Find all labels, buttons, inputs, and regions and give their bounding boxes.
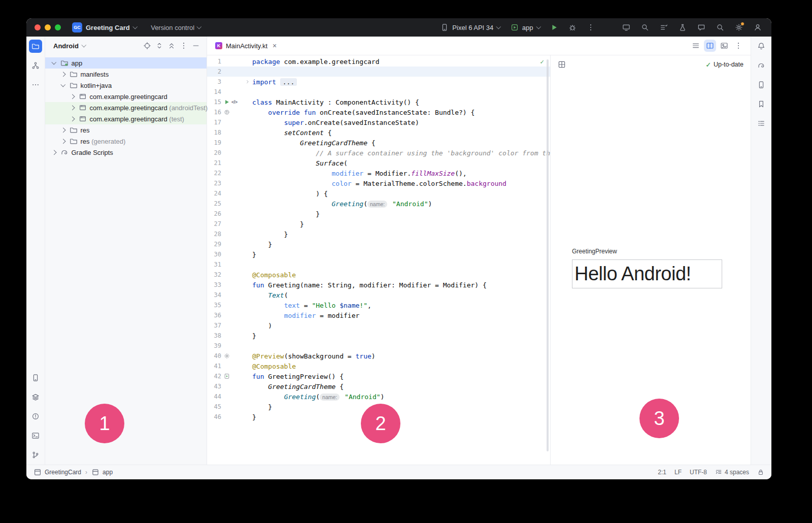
search-everywhere-icon[interactable] — [714, 21, 727, 34]
design-view-icon[interactable] — [718, 40, 730, 52]
tree-item-com-example-greetingcard-androidtest[interactable]: com.example.greetingcard (androidTest) — [45, 102, 207, 113]
code-line-26[interactable]: 26 } — [207, 209, 550, 219]
override-gutter-icon[interactable] — [224, 109, 230, 115]
code-line-16[interactable]: 16 override fun onCreate(savedInstanceSt… — [207, 107, 550, 117]
close-tab-icon[interactable]: × — [273, 42, 277, 50]
account-icon[interactable] — [751, 21, 764, 34]
device-manager-icon[interactable] — [29, 371, 42, 384]
code-editor[interactable]: 1package com.example.greetingcard23impor… — [207, 55, 551, 465]
expand-collapse-icon[interactable] — [154, 40, 165, 51]
ai-assistant-icon[interactable] — [695, 21, 708, 34]
code-line-31[interactable]: 31 — [207, 259, 550, 270]
zoom-window-button[interactable] — [55, 24, 61, 30]
code-line-32[interactable]: 32@Composable — [207, 270, 550, 280]
code-line-27[interactable]: 27 } — [207, 219, 550, 229]
write-access-lock[interactable] — [757, 469, 764, 476]
build-variants-icon[interactable] — [657, 21, 670, 34]
code-line-33[interactable]: 33fun Greeting(name: String, modifier: M… — [207, 280, 550, 290]
code-line-23[interactable]: 23 color = MaterialTheme.colorScheme.bac… — [207, 178, 550, 188]
fold-chevron-icon[interactable] — [245, 79, 251, 85]
tree-item-res[interactable]: res — [45, 124, 207, 136]
device-selector[interactable]: Pixel 6 API 34 — [438, 22, 502, 33]
code-line-42[interactable]: 42fun GreetingPreview() { — [207, 371, 550, 381]
run-config-selector[interactable]: app — [508, 22, 543, 33]
code-line-36[interactable]: 36 modifier = modifier — [207, 310, 550, 320]
preview-settings-gutter-icon[interactable] — [224, 353, 230, 359]
chevron-right-icon[interactable] — [61, 72, 65, 76]
code-line-28[interactable]: 28 } — [207, 229, 550, 239]
code-line-19[interactable]: 19 GreetingCardTheme { — [207, 138, 550, 148]
chevron-right-icon[interactable] — [61, 139, 65, 143]
tree-item-kotlin-java[interactable]: kotlin+java — [45, 80, 207, 91]
preview-layout-icon[interactable] — [558, 60, 566, 69]
hide-panel-icon[interactable] — [190, 40, 201, 51]
bookmarks-icon[interactable] — [755, 97, 768, 111]
collapse-all-icon[interactable] — [166, 40, 177, 51]
commit-tool-icon[interactable] — [29, 59, 42, 72]
tab-mainactivity-kt[interactable]: K MainActivity.kt × — [214, 37, 282, 55]
breadcrumb-project[interactable]: GreetingCard — [45, 469, 81, 476]
version-control-tool-icon[interactable] — [29, 448, 42, 462]
code-tag-gutter-icon[interactable]: </> — [231, 100, 238, 105]
breadcrumb-module[interactable]: app — [103, 469, 113, 476]
layout-inspector-icon[interactable] — [638, 21, 652, 34]
code-line-1[interactable]: 1package com.example.greetingcard — [207, 56, 550, 67]
code-line-15[interactable]: 15</>class MainActivity : ComponentActiv… — [207, 97, 550, 107]
chevron-down-icon[interactable] — [61, 82, 65, 87]
debug-button[interactable] — [566, 21, 579, 34]
code-line-25[interactable]: 25 Greeting(name: "Android") — [207, 199, 550, 209]
code-line-3[interactable]: 3import ... — [207, 77, 550, 87]
project-widget[interactable]: GC Greeting Card — [69, 21, 140, 34]
code-line-43[interactable]: 43 GreetingCardTheme { — [207, 381, 550, 391]
options-icon[interactable] — [178, 40, 189, 51]
close-window-button[interactable] — [35, 24, 41, 30]
code-line-37[interactable]: 37 ) — [207, 320, 550, 331]
device-explorer-icon[interactable] — [755, 78, 768, 91]
code-line-21[interactable]: 21 Surface( — [207, 158, 550, 168]
device-mirroring-icon[interactable] — [620, 21, 633, 34]
code-line-39[interactable]: 39 — [207, 341, 550, 351]
editor-scrollbar[interactable] — [547, 59, 549, 451]
code-line-14[interactable]: 14 — [207, 87, 550, 97]
chevron-down-icon[interactable] — [52, 60, 56, 64]
code-line-29[interactable]: 29 } — [207, 239, 550, 249]
preview-component-label[interactable]: GreetingPreview — [572, 248, 617, 255]
more-run-actions-icon[interactable] — [584, 21, 597, 34]
code-line-24[interactable]: 24 ) { — [207, 188, 550, 199]
project-tool-icon[interactable] — [29, 40, 42, 53]
code-line-41[interactable]: 41@Composable — [207, 361, 550, 371]
split-view-icon[interactable] — [704, 40, 716, 52]
chevron-right-icon[interactable] — [70, 94, 75, 99]
code-line-35[interactable]: 35 text = "Hello $name!", — [207, 300, 550, 310]
notifications-icon[interactable] — [755, 40, 768, 53]
inspections-ok-icon[interactable]: ✓ — [540, 58, 544, 66]
tree-item-com-example-greetingcard-test[interactable]: com.example.greetingcard (test) — [45, 113, 207, 124]
tree-item-com-example-greetingcard[interactable]: com.example.greetingcard — [45, 91, 207, 102]
tree-item-manifests[interactable]: manifests — [45, 69, 207, 80]
code-line-2[interactable]: 2 — [207, 67, 550, 77]
run-preview-gutter-icon[interactable] — [224, 373, 230, 379]
chevron-right-icon[interactable] — [70, 105, 75, 110]
locate-file-icon[interactable] — [142, 40, 153, 51]
code-view-icon[interactable] — [690, 40, 702, 52]
code-line-20[interactable]: 20 // A surface container using the 'bac… — [207, 148, 550, 158]
cursor-position[interactable]: 2:1 — [658, 469, 666, 476]
tree-item-res-generated[interactable]: res (generated) — [45, 136, 207, 147]
terminal-icon[interactable] — [29, 429, 42, 442]
encoding[interactable]: UTF-8 — [690, 469, 707, 476]
profiler-icon[interactable] — [676, 21, 689, 34]
code-line-40[interactable]: 40@Preview(showBackground = true) — [207, 351, 550, 361]
problems-icon[interactable] — [29, 410, 42, 423]
line-separator[interactable]: LF — [674, 469, 682, 476]
code-line-18[interactable]: 18 setContent { — [207, 127, 550, 138]
code-line-34[interactable]: 34 Text( — [207, 290, 550, 300]
chevron-right-icon[interactable] — [52, 150, 56, 154]
code-line-30[interactable]: 30} — [207, 249, 550, 259]
minimize-window-button[interactable] — [45, 24, 51, 30]
more-tool-windows-icon[interactable] — [29, 78, 42, 91]
code-line-22[interactable]: 22 modifier = Modifier.fillMaxSize(), — [207, 168, 550, 178]
structure-icon[interactable] — [755, 117, 768, 130]
gradle-icon[interactable] — [755, 59, 768, 72]
build-tool-icon[interactable] — [29, 390, 42, 404]
code-line-38[interactable]: 38} — [207, 331, 550, 341]
